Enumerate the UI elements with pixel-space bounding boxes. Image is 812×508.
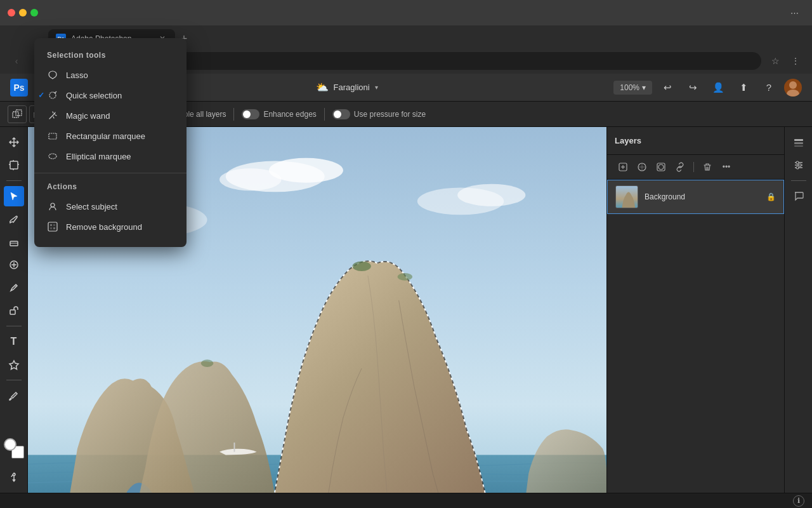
- close-window-button[interactable]: [8, 9, 15, 17]
- layer-more-button[interactable]: •••: [718, 159, 735, 175]
- svg-point-56: [799, 164, 801, 166]
- zoom-pan-tool-button[interactable]: [4, 467, 24, 488]
- main-content: T: [0, 127, 812, 493]
- svg-rect-50: [794, 142, 803, 144]
- user-avatar[interactable]: [784, 79, 802, 97]
- info-icon[interactable]: ℹ: [793, 495, 804, 507]
- minimize-window-button[interactable]: [19, 9, 27, 17]
- rectangular-marquee-item[interactable]: Rectangular marquee: [34, 127, 187, 146]
- svg-rect-37: [48, 222, 57, 231]
- toolbar-separator-3: [233, 108, 234, 121]
- remove-background-icon: [47, 221, 58, 232]
- rectangular-marquee-label: Rectangular marquee: [66, 131, 145, 141]
- adjustment-layer-button[interactable]: [634, 159, 650, 175]
- text-tool-button[interactable]: T: [4, 331, 24, 352]
- svg-point-47: [658, 164, 664, 170]
- help-button[interactable]: ?: [759, 77, 779, 98]
- svg-point-27: [353, 261, 371, 271]
- window-menu-icon[interactable]: ⋯: [784, 3, 804, 23]
- mask-layer-button[interactable]: [653, 159, 669, 175]
- svg-point-28: [398, 273, 412, 281]
- select-subject-item[interactable]: Select subject: [34, 196, 187, 217]
- share-button[interactable]: ⬆: [733, 77, 754, 98]
- actions-title: Actions: [34, 180, 187, 196]
- maximize-window-button[interactable]: [30, 9, 38, 17]
- svg-point-57: [796, 166, 799, 169]
- enhance-edges-label: Enhance edges: [263, 110, 316, 119]
- pen-tool-button[interactable]: [4, 277, 24, 298]
- select-subject-label: Select subject: [66, 202, 117, 211]
- svg-point-0: [789, 81, 797, 89]
- svg-point-55: [796, 161, 799, 164]
- tool-separator-2: [6, 326, 22, 326]
- foreground-color-swatch[interactable]: [4, 438, 16, 451]
- comments-panel-toggle[interactable]: [789, 186, 809, 206]
- undo-button[interactable]: ↩: [657, 77, 678, 98]
- search-user-icon[interactable]: 👤: [708, 77, 728, 98]
- elliptical-marquee-label: Elliptical marquee: [66, 152, 131, 161]
- toolbar-separator-4: [324, 108, 325, 121]
- brush-tool-button[interactable]: [4, 209, 24, 229]
- eraser-tool-button[interactable]: [4, 232, 24, 252]
- file-dropdown-arrow[interactable]: ▾: [375, 84, 378, 91]
- browser-more-icon[interactable]: ⋮: [787, 52, 804, 70]
- nav-right-icons: ☆ ⋮: [766, 52, 804, 70]
- selection-tools-popup: Selection tools Lasso ✓ Quick selection: [34, 127, 187, 247]
- svg-point-16: [15, 285, 16, 287]
- traffic-lights: [8, 9, 38, 17]
- strip-separator: [791, 180, 806, 181]
- header-right: 100% ▾ ↩ ↪ 👤 ⬆ ?: [613, 77, 802, 98]
- layer-name-label: Background: [645, 192, 760, 201]
- link-layer-button[interactable]: [672, 159, 688, 175]
- layers-panel-toggle[interactable]: [789, 132, 809, 152]
- back-button[interactable]: ‹: [8, 52, 25, 70]
- add-layer-button[interactable]: [615, 159, 631, 175]
- shape-tool-button[interactable]: [4, 354, 24, 375]
- svg-rect-34: [49, 133, 56, 139]
- svg-point-36: [51, 203, 55, 207]
- elliptical-marquee-item[interactable]: Elliptical marquee: [34, 146, 187, 166]
- add-to-selection-button[interactable]: [8, 105, 27, 123]
- selection-tool-button[interactable]: [4, 186, 24, 206]
- popup-divider: [34, 173, 187, 173]
- left-toolbar: T: [0, 127, 28, 493]
- app-logo: Ps: [10, 79, 28, 97]
- color-swatches[interactable]: [3, 437, 25, 460]
- eyedropper-tool-button[interactable]: [4, 385, 24, 406]
- zoom-selector[interactable]: 100% ▾: [613, 81, 652, 95]
- clone-stamp-button[interactable]: [4, 300, 24, 321]
- pressure-size-switch[interactable]: [332, 109, 350, 119]
- remove-background-label: Remove background: [66, 222, 142, 232]
- svg-rect-31: [233, 443, 235, 452]
- svg-point-35: [49, 154, 56, 159]
- svg-rect-7: [10, 161, 18, 169]
- enhance-edges-toggle[interactable]: Enhance edges: [242, 109, 316, 119]
- artboard-tool-button[interactable]: [4, 155, 24, 175]
- status-bar: ℹ: [0, 493, 812, 508]
- app-container: Ps (Beta) ≡ ⛅ Faraglioni ▾ 100% ▾ ↩ ↪ 👤 …: [0, 74, 812, 508]
- background-layer-item[interactable]: Background 🔒: [607, 180, 784, 214]
- move-tool-button[interactable]: [4, 132, 24, 152]
- healing-tool-button[interactable]: [4, 255, 24, 275]
- remove-background-item[interactable]: Remove background: [34, 217, 187, 237]
- panel-title: Layers: [615, 136, 776, 145]
- svg-rect-41: [53, 227, 55, 229]
- svg-rect-51: [794, 145, 803, 147]
- redo-button[interactable]: ↪: [683, 77, 703, 98]
- tool-separator-1: [6, 180, 22, 181]
- svg-point-23: [457, 184, 525, 206]
- svg-point-1: [787, 90, 799, 97]
- svg-rect-17: [10, 310, 15, 314]
- enhance-edges-switch[interactable]: [242, 109, 259, 119]
- pressure-size-toggle[interactable]: Use pressure for size: [332, 109, 426, 119]
- rectangular-marquee-icon: [47, 130, 58, 142]
- far-right-panel: [784, 127, 812, 493]
- svg-rect-49: [794, 139, 803, 141]
- delete-layer-button[interactable]: [699, 159, 716, 175]
- bookmark-icon[interactable]: ☆: [766, 52, 784, 70]
- panel-header: Layers: [607, 127, 784, 155]
- adjustment-panel-toggle[interactable]: [789, 155, 809, 175]
- layers-panel: Layers: [606, 127, 784, 493]
- svg-rect-40: [50, 227, 52, 229]
- svg-rect-39: [53, 224, 55, 226]
